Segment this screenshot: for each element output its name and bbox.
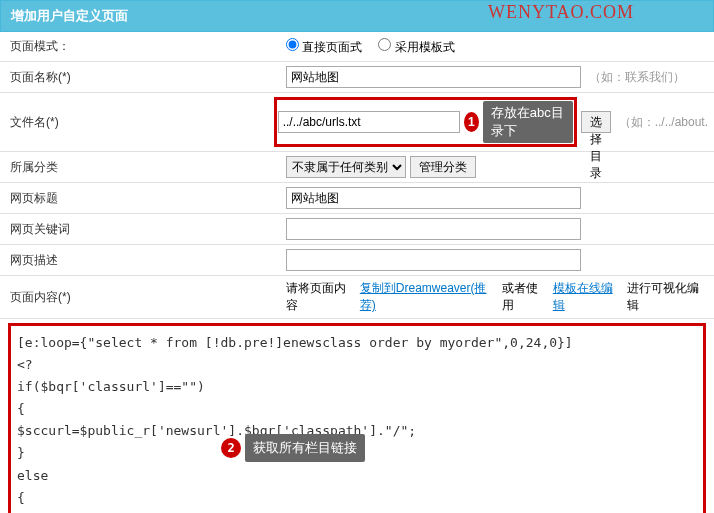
radio-template-label[interactable]: 采用模板式 <box>378 38 454 56</box>
callout-1-num: 1 <box>464 112 479 132</box>
callout-2-text: 获取所有栏目链接 <box>245 434 365 462</box>
row-desc: 网页描述 <box>0 245 714 276</box>
input-page-name[interactable] <box>286 66 581 88</box>
row-content: 页面内容(*) 请将页面内容复制到Dreamweaver(推荐)或者使用模板在线… <box>0 276 714 319</box>
content-text-3: 进行可视化编辑 <box>627 280 708 314</box>
label-category: 所属分类 <box>0 155 280 180</box>
input-filename[interactable] <box>278 111 460 133</box>
row-filename: 文件名(*) 1 存放在abc目录下 选择目录 （如：../../about. <box>0 93 714 152</box>
radio-direct-label[interactable]: 直接页面式 <box>286 38 362 56</box>
hint-page-name: （如：联系我们） <box>589 69 685 86</box>
link-online-edit[interactable]: 模板在线编辑 <box>553 280 623 314</box>
radio-direct[interactable] <box>286 38 299 51</box>
row-page-mode: 页面模式： 直接页面式 采用模板式 <box>0 32 714 62</box>
label-keywords: 网页关键词 <box>0 217 280 242</box>
label-title: 网页标题 <box>0 186 280 211</box>
callout-2-num: 2 <box>221 438 241 458</box>
btn-choose-dir[interactable]: 选择目录 <box>581 111 611 133</box>
input-title[interactable] <box>286 187 581 209</box>
radio-template[interactable] <box>378 38 391 51</box>
btn-manage-category[interactable]: 管理分类 <box>410 156 476 178</box>
select-category[interactable]: 不隶属于任何类别 <box>286 156 406 178</box>
label-content: 页面内容(*) <box>0 285 280 310</box>
row-category: 所属分类 不隶属于任何类别 管理分类 <box>0 152 714 183</box>
row-page-name: 页面名称(*) （如：联系我们） <box>0 62 714 93</box>
content-text-2: 或者使用 <box>502 280 549 314</box>
label-page-mode: 页面模式： <box>0 34 280 59</box>
hint-filename: （如：../../about. <box>619 114 708 131</box>
watermark-text: WENYTAO.COM <box>488 2 634 23</box>
input-keywords[interactable] <box>286 218 581 240</box>
label-page-name: 页面名称(*) <box>0 65 280 90</box>
label-filename: 文件名(*) <box>0 110 268 135</box>
callout-1-text: 存放在abc目录下 <box>483 101 573 143</box>
label-desc: 网页描述 <box>0 248 280 273</box>
code-block-1[interactable]: [e:loop={"select * from [!db.pre!]enewsc… <box>8 323 706 513</box>
content-text-1: 请将页面内容 <box>286 280 356 314</box>
row-keywords: 网页关键词 <box>0 214 714 245</box>
link-dreamweaver[interactable]: 复制到Dreamweaver(推荐) <box>360 280 498 314</box>
input-desc[interactable] <box>286 249 581 271</box>
row-title: 网页标题 <box>0 183 714 214</box>
